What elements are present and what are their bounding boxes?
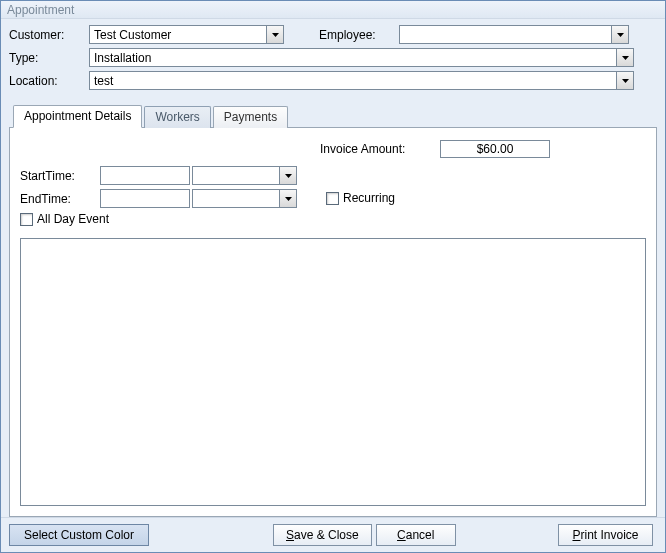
invoice-amount-value[interactable]: $60.00 <box>440 140 550 158</box>
endtime-label: EndTime: <box>20 192 100 206</box>
tab-page-details: Invoice Amount: $60.00 StartTime: <box>9 127 657 517</box>
type-label: Type: <box>9 51 89 65</box>
chevron-down-icon[interactable] <box>279 190 296 207</box>
customer-combo[interactable]: Test Customer <box>89 25 284 44</box>
allday-label: All Day Event <box>37 212 109 226</box>
tab-payments[interactable]: Payments <box>213 106 288 128</box>
button-bar: Select Custom Color Save & Close Cancel … <box>1 517 665 552</box>
window-title: Appointment <box>1 1 665 19</box>
chevron-down-icon[interactable] <box>611 26 628 43</box>
type-value: Installation <box>90 51 616 65</box>
save-close-rest: ave & Close <box>294 528 359 542</box>
chevron-down-icon[interactable] <box>266 26 283 43</box>
employee-combo[interactable] <box>399 25 629 44</box>
checkbox-icon <box>20 213 33 226</box>
customer-value: Test Customer <box>90 28 266 42</box>
select-custom-color-button[interactable]: Select Custom Color <box>9 524 149 546</box>
starttime-date-input[interactable] <box>100 166 190 185</box>
recurring-checkbox[interactable]: Recurring <box>326 191 395 205</box>
notes-textarea[interactable] <box>20 238 646 506</box>
starttime-label: StartTime: <box>20 169 100 183</box>
print-invoice-button[interactable]: Print Invoice <box>558 524 653 546</box>
type-combo[interactable]: Installation <box>89 48 634 67</box>
tab-workers[interactable]: Workers <box>144 106 210 128</box>
svg-marker-2 <box>622 56 629 60</box>
svg-marker-5 <box>285 197 292 201</box>
tabstrip: Appointment Details Workers Payments <box>13 104 657 127</box>
header-form: Customer: Test Customer Employee: Type: … <box>1 19 665 98</box>
chevron-down-icon[interactable] <box>616 49 633 66</box>
cancel-button[interactable]: Cancel <box>376 524 456 546</box>
checkbox-icon <box>326 192 339 205</box>
svg-marker-3 <box>622 79 629 83</box>
tab-appointment-details[interactable]: Appointment Details <box>13 105 142 128</box>
allday-checkbox[interactable]: All Day Event <box>20 212 109 226</box>
recurring-label: Recurring <box>343 191 395 205</box>
chevron-down-icon[interactable] <box>279 167 296 184</box>
tabs-container: Appointment Details Workers Payments Inv… <box>1 98 665 517</box>
location-combo[interactable]: test <box>89 71 634 90</box>
location-label: Location: <box>9 74 89 88</box>
starttime-time-combo[interactable] <box>192 166 297 185</box>
employee-label: Employee: <box>319 28 399 42</box>
endtime-time-combo[interactable] <box>192 189 297 208</box>
svg-marker-0 <box>272 33 279 37</box>
svg-marker-1 <box>617 33 624 37</box>
endtime-date-input[interactable] <box>100 189 190 208</box>
chevron-down-icon[interactable] <box>616 72 633 89</box>
svg-marker-4 <box>285 174 292 178</box>
customer-label: Customer: <box>9 28 89 42</box>
save-close-button[interactable]: Save & Close <box>273 524 372 546</box>
location-value: test <box>90 74 616 88</box>
invoice-amount-label: Invoice Amount: <box>320 142 440 156</box>
appointment-window: Appointment Customer: Test Customer Empl… <box>0 0 666 553</box>
